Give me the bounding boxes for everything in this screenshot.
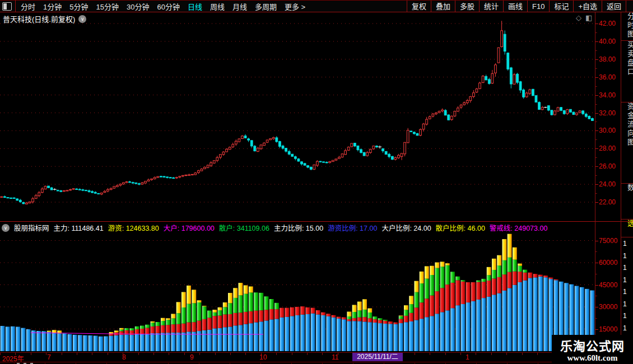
- candle-body-up: [501, 31, 503, 47]
- bar-retail-blue: [373, 323, 378, 351]
- bar-retail-blue: [471, 301, 476, 351]
- bar-big-yellow: [445, 263, 450, 265]
- candle-body-down: [173, 178, 175, 178]
- period-tab-15分钟[interactable]: 15分钟: [96, 1, 118, 12]
- bar-retail-blue: [409, 321, 413, 351]
- bar-big-yellow: [518, 264, 522, 266]
- bar-main-red: [327, 314, 331, 316]
- candle-body-up: [347, 147, 350, 151]
- candle-body-up: [35, 195, 37, 198]
- bar-big-yellow: [212, 310, 217, 312]
- toolbar-button-标记[interactable]: 标记: [549, 1, 573, 12]
- bar-big-yellow: [181, 292, 186, 307]
- candle-body-down: [353, 143, 356, 146]
- toolbar-button-返回[interactable]: 返回: [602, 1, 626, 12]
- bar-retail-blue: [538, 277, 543, 351]
- candle-body-down: [448, 115, 450, 120]
- toolbar-button-复权[interactable]: 复权: [407, 1, 431, 12]
- bar-retail-blue: [300, 315, 305, 351]
- right-strip-item-分时图[interactable]: 分时图: [621, 12, 633, 41]
- indicator-chart[interactable]: [0, 234, 595, 353]
- period-tab-月线[interactable]: 月线: [232, 1, 247, 12]
- period-tab-日线[interactable]: 日线: [188, 1, 202, 12]
- bar-main-red: [161, 325, 165, 333]
- candle-body-up: [151, 179, 153, 180]
- candle-body-up: [472, 93, 474, 97]
- kline-chart[interactable]: [0, 12, 595, 221]
- toolbar-button-+自选[interactable]: +自选: [573, 1, 602, 12]
- candle-body-up: [179, 176, 181, 177]
- bar-main-red: [233, 313, 238, 325]
- right-strip-pinned[interactable]: 自选: [621, 220, 633, 237]
- panel-icon[interactable]: ◧: [585, 13, 592, 22]
- right-strip-digit: 1: [623, 324, 627, 332]
- bar-big-yellow: [508, 234, 512, 258]
- period-tab-5分钟[interactable]: 5分钟: [69, 1, 88, 12]
- right-strip-item-买卖盘口[interactable]: 买卖盘口: [621, 41, 633, 102]
- candle-body-up: [260, 145, 262, 149]
- candle-body-up: [1, 197, 3, 197]
- period-tab-30分钟[interactable]: 30分钟: [127, 1, 149, 12]
- bar-retail-blue: [285, 317, 290, 351]
- candle-body-up: [438, 111, 440, 113]
- period-tab-1分钟[interactable]: 1分钟: [43, 1, 62, 12]
- bar-main-red: [218, 316, 222, 328]
- bar-retail-blue: [233, 325, 238, 351]
- right-strip-item-资金流向图[interactable]: 资金流向图: [621, 102, 633, 184]
- candle-body-down: [297, 159, 300, 161]
- candle-body-up: [429, 116, 431, 119]
- indicator-field-游资: 游资: 124633.80: [108, 222, 159, 233]
- period-tab-更多 >[interactable]: 更多 >: [285, 1, 305, 12]
- date-axis-tick: [537, 353, 538, 355]
- bar-big-yellow: [367, 309, 372, 312]
- toolbar-button-多股[interactable]: 多股: [455, 1, 479, 12]
- period-tab-周线[interactable]: 周线: [210, 1, 225, 12]
- right-strip-digit: 1: [623, 288, 627, 296]
- bar-big-yellow: [435, 263, 439, 268]
- candle-body-up: [229, 147, 231, 150]
- bar-retail-blue: [99, 337, 103, 351]
- date-axis-tick: [292, 353, 292, 355]
- period-tab-分时[interactable]: 分时: [21, 1, 35, 12]
- candle-body-up: [29, 202, 31, 203]
- price-axis-minor-tick: [595, 157, 597, 158]
- date-axis-tick: [92, 353, 92, 355]
- price-axis-minor-tick: [595, 32, 597, 33]
- bar-big-yellow: [399, 315, 403, 316]
- date-axis-tick: [506, 353, 507, 355]
- collapse-icon[interactable]: ∨: [2, 224, 10, 232]
- bar-main-red: [538, 275, 543, 277]
- bar-main-red: [543, 276, 548, 277]
- candle-body-down: [510, 68, 512, 84]
- window-layout-box[interactable]: [0, 0, 16, 12]
- price-axis-minor-tick: [595, 122, 597, 122]
- candle-body-up: [72, 189, 75, 189]
- bar-retail-blue: [445, 310, 450, 351]
- toolbar-button-F10[interactable]: F10: [527, 1, 549, 12]
- bar-main-red: [455, 280, 460, 305]
- bar-main-red: [151, 326, 155, 333]
- bar-main-red: [166, 325, 170, 333]
- bar-retail-blue: [36, 331, 41, 351]
- toolbar-button-叠加[interactable]: 叠加: [431, 1, 455, 12]
- toolbar-button-画线[interactable]: 画线: [503, 1, 527, 12]
- candle-body-up: [566, 110, 569, 114]
- candle-body-up: [269, 139, 272, 140]
- candle-body-up: [188, 175, 190, 175]
- date-axis-tick: [460, 353, 461, 355]
- bar-main-red: [471, 282, 476, 301]
- toolbar-button-统计[interactable]: 统计: [479, 1, 503, 12]
- period-tab-多周期[interactable]: 多周期: [255, 1, 277, 12]
- right-strip-item-指标参数[interactable]: 指标参数: [621, 184, 633, 220]
- chevron-down-icon[interactable]: ∨: [78, 15, 86, 23]
- candle-body-up: [313, 165, 315, 169]
- candle-body-up: [216, 157, 218, 160]
- right-strip-item-label: 资金流向图: [627, 102, 633, 147]
- bar-hot-green: [124, 328, 129, 330]
- chart-corner-icons: ◇ ◧: [576, 13, 592, 22]
- date-axis-tick: [522, 353, 523, 355]
- diamond-icon[interactable]: ◇: [576, 13, 581, 22]
- bar-main-red: [430, 296, 434, 316]
- period-tab-60分钟[interactable]: 60分钟: [157, 1, 179, 12]
- bar-big-yellow: [352, 305, 357, 312]
